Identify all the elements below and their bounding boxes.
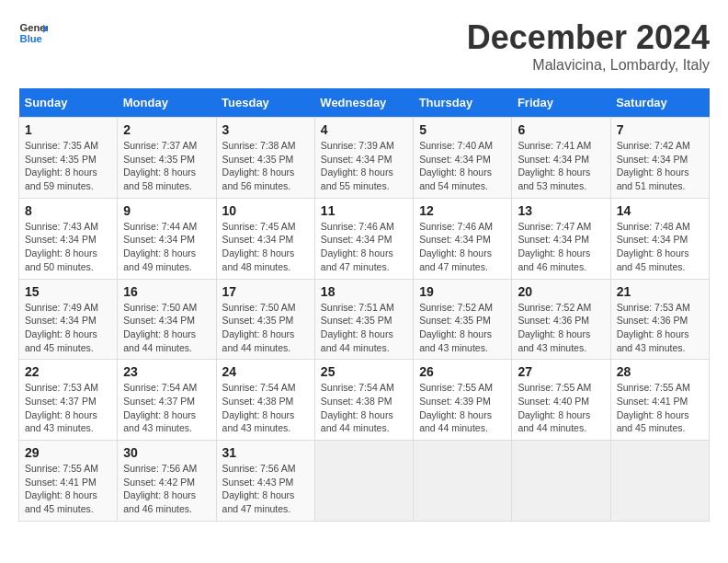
calendar-cell [314,441,413,522]
calendar-cell: 7Sunrise: 7:42 AM Sunset: 4:34 PM Daylig… [610,118,709,199]
day-info: Sunrise: 7:46 AM Sunset: 4:34 PM Dayligh… [321,220,407,274]
day-info: Sunrise: 7:51 AM Sunset: 4:35 PM Dayligh… [321,301,407,355]
day-number: 3 [222,122,309,137]
day-number: 13 [518,203,604,218]
day-info: Sunrise: 7:40 AM Sunset: 4:34 PM Dayligh… [419,139,506,193]
day-info: Sunrise: 7:53 AM Sunset: 4:36 PM Dayligh… [617,301,703,355]
day-info: Sunrise: 7:54 AM Sunset: 4:37 PM Dayligh… [123,381,210,435]
calendar-cell: 31Sunrise: 7:56 AM Sunset: 4:43 PM Dayli… [216,441,314,522]
day-info: Sunrise: 7:48 AM Sunset: 4:34 PM Dayligh… [617,220,703,274]
logo-icon: General Blue [18,18,48,48]
day-number: 27 [518,364,604,379]
day-info: Sunrise: 7:37 AM Sunset: 4:35 PM Dayligh… [123,139,210,193]
day-number: 10 [222,203,309,218]
calendar-cell: 5Sunrise: 7:40 AM Sunset: 4:34 PM Daylig… [414,118,512,199]
calendar-cell: 22Sunrise: 7:53 AM Sunset: 4:37 PM Dayli… [19,360,118,441]
calendar-cell: 8Sunrise: 7:43 AM Sunset: 4:34 PM Daylig… [19,198,118,279]
calendar-cell: 4Sunrise: 7:39 AM Sunset: 4:34 PM Daylig… [314,118,413,199]
day-info: Sunrise: 7:55 AM Sunset: 4:40 PM Dayligh… [518,381,604,435]
day-info: Sunrise: 7:55 AM Sunset: 4:41 PM Dayligh… [617,381,703,435]
calendar-cell: 3Sunrise: 7:38 AM Sunset: 4:35 PM Daylig… [216,118,314,199]
day-number: 8 [25,203,111,218]
calendar-cell: 10Sunrise: 7:45 AM Sunset: 4:34 PM Dayli… [216,198,314,279]
day-number: 15 [25,284,111,299]
calendar-week-2: 8Sunrise: 7:43 AM Sunset: 4:34 PM Daylig… [19,198,710,279]
header: General Blue December 2024 Malavicina, L… [18,18,710,74]
day-number: 6 [518,122,604,137]
day-info: Sunrise: 7:55 AM Sunset: 4:39 PM Dayligh… [419,381,506,435]
day-number: 22 [25,364,111,379]
day-number: 18 [321,284,407,299]
month-title: December 2024 [467,18,710,57]
day-info: Sunrise: 7:42 AM Sunset: 4:34 PM Dayligh… [617,139,703,193]
day-number: 24 [222,364,309,379]
calendar-table: SundayMondayTuesdayWednesdayThursdayFrid… [18,88,710,522]
day-info: Sunrise: 7:47 AM Sunset: 4:34 PM Dayligh… [518,220,604,274]
day-info: Sunrise: 7:38 AM Sunset: 4:35 PM Dayligh… [222,139,309,193]
day-info: Sunrise: 7:49 AM Sunset: 4:34 PM Dayligh… [25,301,111,355]
day-info: Sunrise: 7:54 AM Sunset: 4:38 PM Dayligh… [321,381,407,435]
day-number: 17 [222,284,309,299]
calendar-cell: 2Sunrise: 7:37 AM Sunset: 4:35 PM Daylig… [118,118,216,199]
calendar-cell: 24Sunrise: 7:54 AM Sunset: 4:38 PM Dayli… [216,360,314,441]
logo: General Blue [18,18,48,48]
calendar-cell: 14Sunrise: 7:48 AM Sunset: 4:34 PM Dayli… [610,198,709,279]
day-number: 20 [518,284,604,299]
day-number: 26 [419,364,506,379]
weekday-header-saturday: Saturday [610,88,709,118]
weekday-header-thursday: Thursday [414,88,512,118]
calendar-cell: 1Sunrise: 7:35 AM Sunset: 4:35 PM Daylig… [19,118,118,199]
day-info: Sunrise: 7:56 AM Sunset: 4:42 PM Dayligh… [123,462,210,516]
calendar-cell: 23Sunrise: 7:54 AM Sunset: 4:37 PM Dayli… [118,360,216,441]
calendar-cell: 26Sunrise: 7:55 AM Sunset: 4:39 PM Dayli… [414,360,512,441]
day-number: 14 [617,203,703,218]
day-number: 28 [617,364,703,379]
calendar-cell: 6Sunrise: 7:41 AM Sunset: 4:34 PM Daylig… [512,118,610,199]
weekday-header-friday: Friday [512,88,610,118]
calendar-week-3: 15Sunrise: 7:49 AM Sunset: 4:34 PM Dayli… [19,279,710,360]
day-number: 29 [25,445,111,460]
day-info: Sunrise: 7:41 AM Sunset: 4:34 PM Dayligh… [518,139,604,193]
day-number: 31 [222,445,309,460]
calendar-cell: 17Sunrise: 7:50 AM Sunset: 4:35 PM Dayli… [216,279,314,360]
day-info: Sunrise: 7:39 AM Sunset: 4:34 PM Dayligh… [321,139,407,193]
location-title: Malavicina, Lombardy, Italy [467,57,710,74]
calendar-cell: 20Sunrise: 7:52 AM Sunset: 4:36 PM Dayli… [512,279,610,360]
day-number: 25 [321,364,407,379]
day-number: 4 [321,122,407,137]
title-area: December 2024 Malavicina, Lombardy, Ital… [467,18,710,74]
day-info: Sunrise: 7:45 AM Sunset: 4:34 PM Dayligh… [222,220,309,274]
calendar-cell: 12Sunrise: 7:46 AM Sunset: 4:34 PM Dayli… [414,198,512,279]
calendar-cell: 11Sunrise: 7:46 AM Sunset: 4:34 PM Dayli… [314,198,413,279]
day-number: 7 [617,122,703,137]
day-number: 9 [123,203,210,218]
day-number: 23 [123,364,210,379]
calendar-cell: 27Sunrise: 7:55 AM Sunset: 4:40 PM Dayli… [512,360,610,441]
day-number: 21 [617,284,703,299]
day-info: Sunrise: 7:35 AM Sunset: 4:35 PM Dayligh… [25,139,111,193]
calendar-cell: 21Sunrise: 7:53 AM Sunset: 4:36 PM Dayli… [610,279,709,360]
day-info: Sunrise: 7:50 AM Sunset: 4:34 PM Dayligh… [123,301,210,355]
day-number: 16 [123,284,210,299]
calendar-cell: 29Sunrise: 7:55 AM Sunset: 4:41 PM Dayli… [19,441,118,522]
calendar-cell [610,441,709,522]
calendar-cell: 9Sunrise: 7:44 AM Sunset: 4:34 PM Daylig… [118,198,216,279]
weekday-header-monday: Monday [118,88,216,118]
weekday-header-sunday: Sunday [19,88,118,118]
day-info: Sunrise: 7:50 AM Sunset: 4:35 PM Dayligh… [222,301,309,355]
calendar-cell [512,441,610,522]
day-info: Sunrise: 7:54 AM Sunset: 4:38 PM Dayligh… [222,381,309,435]
calendar-cell: 13Sunrise: 7:47 AM Sunset: 4:34 PM Dayli… [512,198,610,279]
day-info: Sunrise: 7:56 AM Sunset: 4:43 PM Dayligh… [222,462,309,516]
day-number: 19 [419,284,506,299]
day-number: 5 [419,122,506,137]
day-number: 30 [123,445,210,460]
calendar-cell: 19Sunrise: 7:52 AM Sunset: 4:35 PM Dayli… [414,279,512,360]
svg-text:Blue: Blue [20,33,42,44]
day-info: Sunrise: 7:53 AM Sunset: 4:37 PM Dayligh… [25,381,111,435]
calendar-week-4: 22Sunrise: 7:53 AM Sunset: 4:37 PM Dayli… [19,360,710,441]
day-number: 1 [25,122,111,137]
day-info: Sunrise: 7:44 AM Sunset: 4:34 PM Dayligh… [123,220,210,274]
day-info: Sunrise: 7:46 AM Sunset: 4:34 PM Dayligh… [419,220,506,274]
day-number: 2 [123,122,210,137]
